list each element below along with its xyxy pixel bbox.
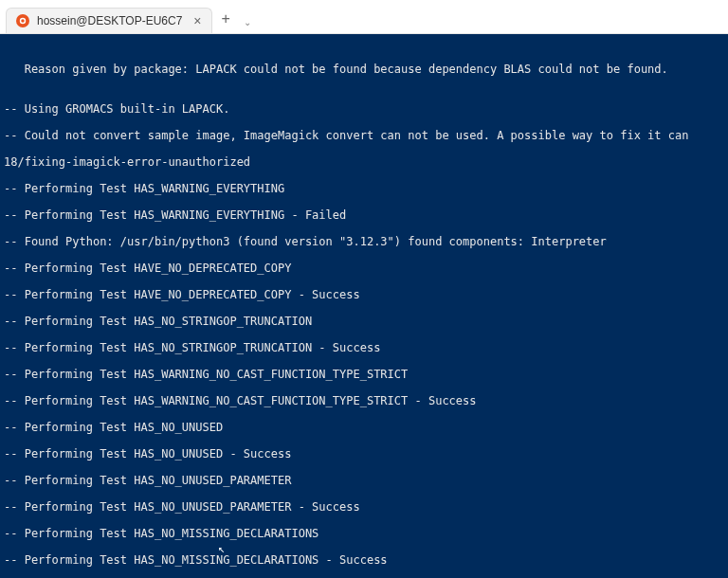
output-line: -- Performing Test HAS_WARNING_EVERYTHIN… (4, 208, 724, 222)
tab-bar: hossein@DESKTOP-EU6C7 × + ⌄ (0, 0, 728, 34)
output-line: -- Performing Test HAVE_NO_DEPRECATED_CO… (4, 262, 724, 275)
output-line: -- Performing Test HAS_NO_UNUSED (4, 421, 724, 434)
output-line: -- Performing Test HAS_NO_STRINGOP_TRUNC… (4, 341, 724, 354)
output-line: -- Performing Test HAVE_NO_DEPRECATED_CO… (4, 288, 724, 301)
tab-title: hossein@DESKTOP-EU6C7 (37, 14, 182, 27)
output-line: -- Performing Test HAS_NO_UNUSED_PARAMET… (4, 500, 724, 514)
output-line: 18/fixing-imagick-error-unauthorized (4, 155, 724, 169)
tab-dropdown-icon[interactable]: ⌄ (240, 11, 255, 33)
output-line: -- Performing Test HAS_WARNING_EVERYTHIN… (4, 182, 724, 195)
output-line: -- Performing Test HAS_NO_STRINGOP_TRUNC… (4, 315, 724, 328)
output-line: -- Performing Test HAS_WARNING_NO_CAST_F… (4, 394, 724, 407)
close-icon[interactable]: × (193, 14, 201, 27)
output-line: -- Using GROMACS built-in LAPACK. (4, 102, 724, 116)
output-line: -- Performing Test HAS_NO_MISSING_DECLAR… (4, 527, 724, 540)
output-line: -- Found Python: /usr/bin/python3 (found… (4, 235, 724, 248)
svg-point-1 (21, 19, 25, 23)
output-line: -- Performing Test HAS_NO_UNUSED - Succe… (4, 447, 724, 461)
output-line: -- Performing Test HAS_NO_MISSING_DECLAR… (4, 553, 724, 567)
new-tab-button[interactable]: + (212, 5, 240, 33)
ubuntu-icon (16, 14, 29, 27)
output-line: -- Could not convert sample image, Image… (4, 129, 724, 142)
tab-active[interactable]: hossein@DESKTOP-EU6C7 × (6, 8, 212, 33)
output-line: -- Performing Test HAS_WARNING_NO_CAST_F… (4, 368, 724, 381)
output-line: -- Performing Test HAS_NO_UNUSED_PARAMET… (4, 474, 724, 487)
terminal-viewport[interactable]: Reason given by package: LAPACK could no… (0, 34, 728, 578)
terminal-window: hossein@DESKTOP-EU6C7 × + ⌄ Reason given… (0, 0, 728, 578)
output-line: Reason given by package: LAPACK could no… (4, 63, 724, 76)
